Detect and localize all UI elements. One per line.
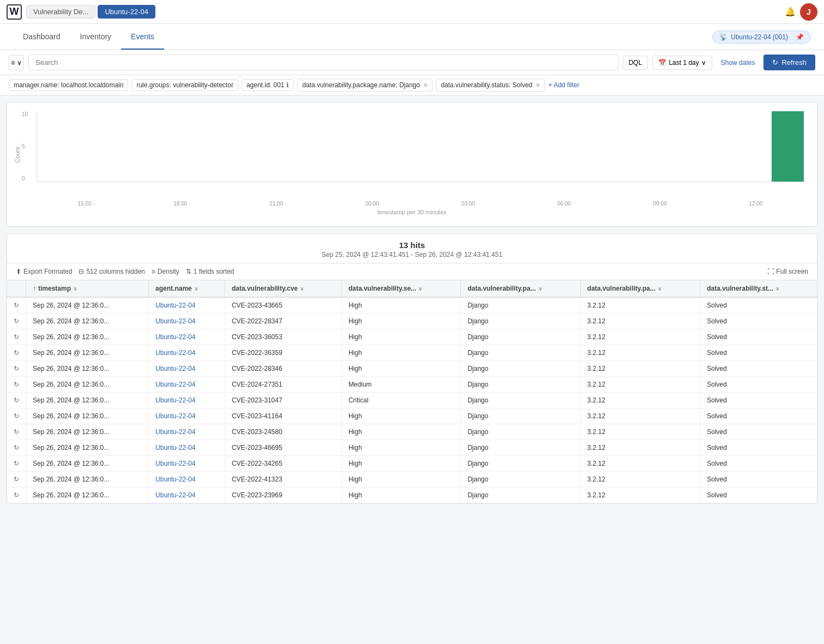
- row-agent-name[interactable]: Ubuntu-22-04: [149, 424, 225, 440]
- remove-filter-status[interactable]: ×: [536, 81, 540, 89]
- fullscreen-label: Full screen: [776, 268, 808, 275]
- th-cve-label: data.vulnerability.cve: [232, 285, 298, 292]
- row-package: Django: [461, 472, 580, 487]
- row-cve: CVE-2023-36053: [225, 329, 341, 345]
- row-status: Solved: [700, 297, 817, 314]
- row-agent-name[interactable]: Ubuntu-22-04: [149, 345, 225, 361]
- pin-icon[interactable]: 📌: [796, 33, 804, 41]
- row-version: 3.2.12: [580, 314, 700, 329]
- row-timestamp: Sep 26, 2024 @ 12:36:0...: [26, 472, 149, 487]
- chart-bar-23: [772, 111, 804, 182]
- nav-events[interactable]: Events: [121, 25, 164, 50]
- avatar[interactable]: J: [800, 3, 817, 21]
- th-version[interactable]: data.vulnerability.pa... ∨: [580, 280, 700, 297]
- add-filter-button[interactable]: + Add filter: [548, 81, 579, 89]
- row-action-icon[interactable]: ↻: [7, 424, 26, 440]
- table-header: ↑ timestamp ∨ agent.name ∨ data.vu: [7, 280, 817, 297]
- row-agent-name[interactable]: Ubuntu-22-04: [149, 361, 225, 377]
- table-row: ↻ Sep 26, 2024 @ 12:36:0... Ubuntu-22-04…: [7, 487, 817, 503]
- search-type-button[interactable]: ≡ ∨: [9, 55, 24, 70]
- th-package-label: data.vulnerability.pa...: [467, 285, 536, 292]
- th-agent-name[interactable]: agent.name ∨: [149, 280, 225, 297]
- data-table: ↑ timestamp ∨ agent.name ∨ data.vu: [7, 280, 817, 503]
- row-action-icon[interactable]: ↻: [7, 472, 26, 487]
- chart-y-ticks: 10 5 0: [22, 111, 28, 182]
- row-agent-name[interactable]: Ubuntu-22-04: [149, 408, 225, 424]
- topbar-tab-vulnerability[interactable]: Vulnerability De...: [26, 5, 95, 19]
- chart-x-label-2: 21:00: [228, 201, 324, 207]
- columns-hidden-button[interactable]: ⊟ 512 columns hidden: [79, 268, 145, 275]
- navbar: Dashboard Inventory Events 📡 Ubuntu-22-0…: [0, 24, 824, 50]
- chevron-timestamp: ∨: [73, 286, 77, 292]
- row-agent-name[interactable]: Ubuntu-22-04: [149, 297, 225, 314]
- chart-container: Count 10 5 0 15:0018:0021:0000:0003:0006…: [7, 102, 817, 227]
- row-action-icon[interactable]: ↻: [7, 487, 26, 503]
- dql-button[interactable]: DQL: [623, 56, 648, 70]
- row-action-icon[interactable]: ↻: [7, 345, 26, 361]
- th-package[interactable]: data.vulnerability.pa... ∨: [461, 280, 580, 297]
- chevron-severity: ∨: [418, 286, 422, 292]
- density-button[interactable]: ≡ Density: [152, 268, 179, 275]
- row-status: Solved: [700, 408, 817, 424]
- th-cve[interactable]: data.vulnerability.cve ∨: [225, 280, 341, 297]
- topbar-tab-ubuntu[interactable]: Ubuntu-22-04: [98, 5, 155, 19]
- chart-x-label-0: 15:00: [37, 201, 133, 207]
- row-status: Solved: [700, 472, 817, 487]
- row-status: Solved: [700, 424, 817, 440]
- chart-y-label: Count: [14, 147, 21, 162]
- row-action-icon[interactable]: ↻: [7, 377, 26, 393]
- info-icon[interactable]: ℹ: [286, 81, 289, 89]
- export-button[interactable]: ⬆ Export Formated: [16, 268, 72, 275]
- chevron-down-icon: ∨: [701, 59, 706, 67]
- refresh-button[interactable]: ↻ Refresh: [763, 55, 815, 70]
- row-severity: High: [341, 314, 461, 329]
- row-cve: CVE-2022-36359: [225, 345, 341, 361]
- row-version: 3.2.12: [580, 440, 700, 456]
- row-status: Solved: [700, 487, 817, 503]
- row-action-icon[interactable]: ↻: [7, 329, 26, 345]
- row-action-icon[interactable]: ↻: [7, 393, 26, 408]
- row-agent-name[interactable]: Ubuntu-22-04: [149, 456, 225, 472]
- row-action-icon[interactable]: ↻: [7, 408, 26, 424]
- th-status[interactable]: data.vulnerability.st... ∨: [700, 280, 817, 297]
- row-action-icon[interactable]: ↻: [7, 456, 26, 472]
- row-package: Django: [461, 487, 580, 503]
- row-action-icon[interactable]: ↻: [7, 297, 26, 314]
- show-dates-button[interactable]: Show dates: [717, 56, 760, 69]
- row-action-icon[interactable]: ↻: [7, 440, 26, 456]
- row-version: 3.2.12: [580, 472, 700, 487]
- fullscreen-button[interactable]: ⛶ Full screen: [767, 268, 808, 275]
- y-tick-5: 5: [22, 143, 28, 149]
- row-action-icon[interactable]: ↻: [7, 314, 26, 329]
- row-agent-name[interactable]: Ubuntu-22-04: [149, 314, 225, 329]
- row-severity: High: [341, 487, 461, 503]
- th-severity[interactable]: data.vulnerability.se... ∨: [341, 280, 461, 297]
- row-cve: CVE-2023-41164: [225, 408, 341, 424]
- th-timestamp[interactable]: ↑ timestamp ∨: [26, 280, 149, 297]
- date-range-label: Last 1 day: [669, 59, 699, 67]
- nav-dashboard[interactable]: Dashboard: [13, 25, 70, 50]
- chevron-agent: ∨: [194, 286, 198, 292]
- row-severity: High: [341, 345, 461, 361]
- row-timestamp: Sep 26, 2024 @ 12:36:0...: [26, 487, 149, 503]
- row-action-icon[interactable]: ↻: [7, 361, 26, 377]
- chart-x-title: timestamp per 30 minutes: [20, 209, 804, 215]
- row-package: Django: [461, 329, 580, 345]
- row-agent-name[interactable]: Ubuntu-22-04: [149, 393, 225, 408]
- date-range-button[interactable]: 📅 Last 1 day ∨: [652, 56, 712, 70]
- table-row: ↻ Sep 26, 2024 @ 12:36:0... Ubuntu-22-04…: [7, 377, 817, 393]
- row-agent-name[interactable]: Ubuntu-22-04: [149, 440, 225, 456]
- row-agent-name[interactable]: Ubuntu-22-04: [149, 472, 225, 487]
- row-cve: CVE-2022-28347: [225, 314, 341, 329]
- nav-inventory[interactable]: Inventory: [70, 25, 122, 50]
- row-severity: High: [341, 456, 461, 472]
- filters-bar: manager.name: localhost.localdomain rule…: [0, 75, 824, 95]
- search-input[interactable]: [28, 55, 618, 70]
- row-agent-name[interactable]: Ubuntu-22-04: [149, 377, 225, 393]
- export-label: Export Formated: [23, 268, 72, 275]
- fields-sorted-button[interactable]: ⇅ 1 fields sorted: [186, 268, 234, 275]
- row-agent-name[interactable]: Ubuntu-22-04: [149, 487, 225, 503]
- remove-filter-package[interactable]: ×: [423, 81, 428, 89]
- bell-icon[interactable]: 🔔: [785, 7, 796, 17]
- row-agent-name[interactable]: Ubuntu-22-04: [149, 329, 225, 345]
